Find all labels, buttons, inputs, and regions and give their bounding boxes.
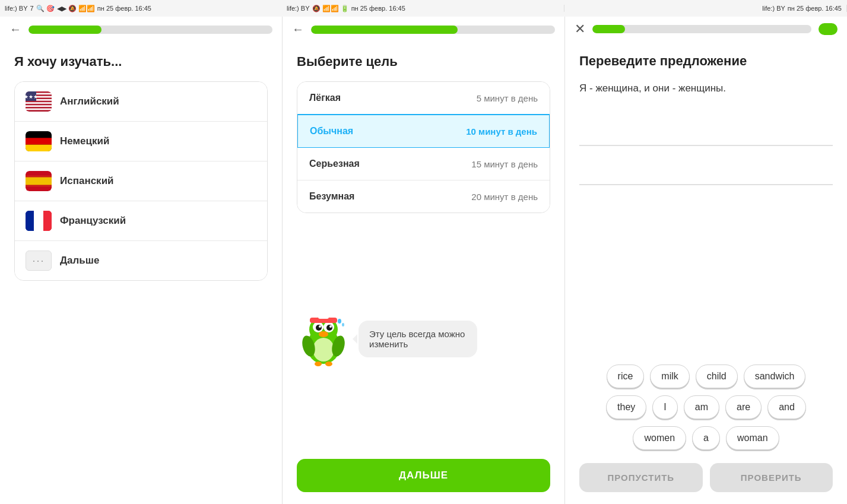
word-chip-sandwich[interactable]: sandwich bbox=[744, 364, 806, 388]
svg-point-36 bbox=[315, 362, 322, 366]
word-row-1: rice milk child sandwich bbox=[579, 364, 833, 388]
svg-rect-21 bbox=[26, 211, 34, 231]
language-item-english[interactable]: ★★★ Английский bbox=[15, 82, 267, 122]
word-row-3: women a woman bbox=[579, 426, 833, 450]
carrier-2: life:) BY bbox=[287, 5, 310, 12]
goal-item-serious[interactable]: Серьезная 15 минут в день bbox=[297, 148, 550, 180]
svg-point-33 bbox=[313, 338, 334, 362]
flag-fr bbox=[26, 211, 52, 231]
word-chip-rice[interactable]: rice bbox=[607, 364, 645, 388]
status-bar: life:) BY 7 🔍 🎯 ◀▶ 🔕 📶📶 пн 25 февр. 16:4… bbox=[0, 0, 847, 17]
word-chip-milk[interactable]: milk bbox=[650, 364, 689, 388]
language-item-more[interactable]: ··· Дальше bbox=[15, 241, 267, 280]
word-chip-i[interactable]: I bbox=[652, 395, 677, 419]
word-bank: rice milk child sandwich they I am are a… bbox=[579, 359, 833, 456]
language-name-english: Английский bbox=[60, 96, 119, 107]
goal-name-serious: Серьезная bbox=[309, 159, 360, 169]
nav-bar-3: ✕ bbox=[565, 17, 847, 42]
answer-area-2[interactable] bbox=[579, 156, 833, 185]
svg-point-41 bbox=[342, 323, 344, 327]
goal-time-crazy: 20 минут в день bbox=[471, 192, 538, 202]
nav-bar-1: ← bbox=[0, 17, 282, 42]
svg-rect-15 bbox=[26, 185, 52, 186]
word-chip-a[interactable]: a bbox=[692, 426, 720, 450]
mascot-bird bbox=[297, 309, 350, 369]
flag-es bbox=[26, 171, 52, 191]
mascot-text: Эту цель всегда можно изменить bbox=[369, 329, 465, 349]
svg-point-28 bbox=[316, 325, 322, 331]
back-arrow-1[interactable]: ← bbox=[9, 23, 21, 36]
progress-bar-3 bbox=[592, 25, 811, 33]
data-1: ◀▶ 🔕 📶📶 bbox=[57, 5, 95, 12]
flag-de bbox=[26, 131, 52, 151]
svg-rect-4 bbox=[26, 102, 52, 104]
svg-point-29 bbox=[326, 325, 332, 331]
svg-rect-5 bbox=[26, 105, 52, 107]
continue-button[interactable]: ДАЛЬШЕ bbox=[297, 459, 550, 492]
goal-item-crazy[interactable]: Безумная 20 минут в день bbox=[297, 180, 550, 213]
progress-bar-1 bbox=[28, 26, 272, 34]
language-title: Я хочу изучать... bbox=[14, 54, 268, 69]
language-item-german[interactable]: Немецкий bbox=[15, 122, 267, 161]
icons-1: 🔍 🎯 bbox=[36, 5, 55, 12]
time-3: пн 25 февр. 16:45 bbox=[788, 5, 842, 12]
svg-rect-13 bbox=[26, 176, 52, 186]
svg-rect-6 bbox=[26, 109, 52, 110]
nav-bar-2: ← bbox=[283, 17, 564, 42]
language-name-french: Французский bbox=[60, 215, 126, 227]
time-1: пн 25 февр. 16:45 bbox=[97, 5, 151, 12]
icons-2: 🔕 📶📶 🔋 bbox=[312, 5, 349, 12]
svg-text:★★★: ★★★ bbox=[26, 94, 38, 100]
language-item-spanish[interactable]: Испанский bbox=[15, 161, 267, 201]
translation-content: Переведите предложение Я - женщина, и он… bbox=[565, 42, 847, 504]
close-button[interactable]: ✕ bbox=[575, 23, 585, 36]
more-dots-icon: ··· bbox=[32, 255, 45, 267]
goal-name-crazy: Безумная bbox=[309, 191, 354, 202]
skip-button[interactable]: ПРОПУСТИТЬ bbox=[579, 463, 703, 492]
svg-rect-14 bbox=[26, 176, 52, 177]
word-chip-child[interactable]: child bbox=[696, 364, 738, 388]
word-chip-and[interactable]: and bbox=[767, 395, 806, 419]
back-arrow-2[interactable]: ← bbox=[292, 23, 304, 36]
check-button[interactable]: ПРОВЕРИТЬ bbox=[710, 463, 833, 492]
goal-item-normal[interactable]: Обычная 10 минут в день bbox=[297, 114, 550, 148]
goal-item-easy[interactable]: Лёгкая 5 минут в день bbox=[297, 82, 550, 115]
word-chip-are[interactable]: are bbox=[725, 395, 762, 419]
word-chip-women[interactable]: women bbox=[633, 426, 686, 450]
language-name-german: Немецкий bbox=[60, 135, 109, 147]
progress-fill-2 bbox=[311, 26, 458, 34]
carrier-3: life:) BY bbox=[762, 5, 785, 12]
status-segment-2: life:) BY 🔕 📶📶 🔋 пн 25 февр. 16:45 bbox=[282, 5, 564, 12]
svg-point-32 bbox=[319, 331, 328, 337]
language-item-french[interactable]: Французский bbox=[15, 201, 267, 241]
goal-name-easy: Лёгкая bbox=[309, 93, 341, 103]
word-chip-am[interactable]: am bbox=[684, 395, 719, 419]
goal-time-serious: 15 минут в день bbox=[471, 159, 538, 169]
progress-fill-3 bbox=[592, 25, 625, 33]
svg-rect-39 bbox=[318, 315, 329, 319]
signal-1: 7 bbox=[30, 5, 34, 12]
mascot-speech-bubble: Эту цель всегда можно изменить bbox=[359, 321, 477, 357]
screen-language-selection: ← Я хочу изучать... bbox=[0, 17, 283, 504]
time-2: пн 25 февр. 16:45 bbox=[351, 5, 405, 12]
svg-point-37 bbox=[325, 362, 332, 366]
screens-container: ← Я хочу изучать... bbox=[0, 17, 847, 504]
svg-rect-10 bbox=[26, 138, 52, 144]
svg-point-30 bbox=[319, 325, 321, 328]
goal-content: Выберите цель Лёгкая 5 минут в день Обыч… bbox=[283, 42, 564, 504]
word-chip-woman[interactable]: woman bbox=[726, 426, 779, 450]
language-list: ★★★ Английский Немецкий bbox=[14, 81, 268, 281]
word-chip-they[interactable]: they bbox=[606, 395, 646, 419]
translation-title: Переведите предложение bbox=[579, 53, 833, 69]
goal-title: Выберите цель bbox=[297, 54, 550, 69]
svg-rect-23 bbox=[43, 211, 52, 231]
svg-rect-22 bbox=[34, 211, 43, 231]
status-segment-3: life:) BY пн 25 февр. 16:45 bbox=[564, 5, 847, 12]
answer-area-1[interactable] bbox=[579, 110, 833, 146]
goal-time-easy: 5 минут в день bbox=[477, 93, 538, 103]
svg-point-31 bbox=[329, 325, 332, 328]
language-name-more: Дальше bbox=[60, 255, 99, 267]
mascot-area: Эту цель всегда можно изменить bbox=[297, 225, 550, 453]
progress-fill-1 bbox=[28, 26, 101, 34]
progress-bar-2 bbox=[311, 26, 555, 34]
